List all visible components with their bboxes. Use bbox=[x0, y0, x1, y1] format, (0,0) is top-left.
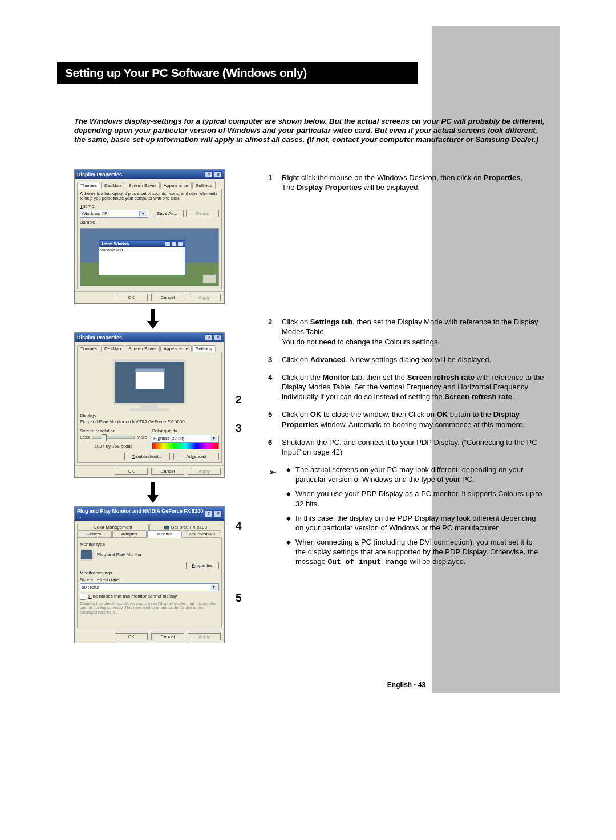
callout-5: 5 bbox=[236, 592, 242, 604]
callout-2: 2 bbox=[236, 393, 242, 406]
resolution-value: 1024 by 768 pixels bbox=[80, 444, 147, 449]
monitor-settings-label: Monitor settings bbox=[80, 570, 219, 575]
color-quality-dropdown[interactable]: Highest (32 bit) ▾ bbox=[152, 435, 219, 443]
page-title: Setting up Your PC Software (Windows onl… bbox=[58, 63, 416, 83]
monitor-icon bbox=[80, 549, 94, 561]
close-icon[interactable]: ✕ bbox=[214, 334, 222, 341]
figures-column: Display Properties ? ✕ Themes Desktop Sc… bbox=[74, 169, 231, 648]
tray-icon bbox=[202, 274, 216, 283]
theme-preview: Active Window ‐ □ ✕ Window Text bbox=[80, 228, 219, 286]
step-number: 6 bbox=[268, 437, 282, 457]
ok-button[interactable]: OK bbox=[115, 633, 148, 640]
themes-description: A theme is a background plus a set of so… bbox=[80, 192, 219, 201]
tab-monitor[interactable]: Monitor bbox=[147, 530, 182, 538]
note-item: When connecting a PC (including the DVI … bbox=[295, 537, 545, 567]
ok-button[interactable]: OK bbox=[115, 468, 148, 475]
monitor-illustration bbox=[110, 359, 189, 411]
ok-button[interactable]: OK bbox=[115, 294, 148, 301]
down-arrow bbox=[74, 309, 231, 329]
troubleshoot-button[interactable]: Troubleshoot... bbox=[124, 453, 170, 460]
cancel-button[interactable]: Cancel bbox=[151, 294, 184, 301]
display-label: Display: bbox=[80, 413, 219, 418]
callout-4: 4 bbox=[236, 520, 242, 533]
hide-modes-note: Clearing this check box allows you to se… bbox=[80, 602, 219, 615]
monitor-type-value: Plug and Play Monitor bbox=[97, 552, 141, 557]
tab-color-management[interactable]: Color Management bbox=[77, 524, 149, 530]
refresh-rate-value: 60 Hertz bbox=[82, 585, 99, 590]
dialog3-title: Plug and Play Monitor and NVIDIA GeForce… bbox=[77, 508, 205, 520]
step-number: 5 bbox=[268, 409, 282, 429]
step-4: 4 Click on the Monitor tab, then set the… bbox=[268, 372, 545, 401]
display-value: Plug and Play Monitor on NVIDIA GeForce … bbox=[80, 419, 219, 424]
dialog1-title: Display Properties bbox=[77, 172, 122, 177]
apply-button[interactable]: Apply bbox=[188, 633, 221, 640]
hide-modes-checkbox[interactable] bbox=[80, 594, 86, 600]
help-icon[interactable]: ? bbox=[205, 510, 213, 517]
monitor-properties-dialog: Plug and Play Monitor and NVIDIA GeForce… bbox=[74, 506, 225, 643]
chevron-down-icon: ▾ bbox=[139, 211, 147, 216]
step-number: 2 bbox=[268, 317, 282, 346]
theme-value: Windows XP bbox=[82, 211, 107, 216]
step-5: 5 Click on OK to close the window, then … bbox=[268, 409, 545, 429]
delete-button[interactable]: Delete bbox=[186, 210, 219, 217]
cancel-button[interactable]: Cancel bbox=[151, 633, 184, 640]
callout-3: 3 bbox=[236, 422, 242, 435]
monitor-type-label: Monitor type bbox=[80, 542, 219, 547]
apply-button[interactable]: Apply bbox=[188, 294, 221, 301]
less-label: Less bbox=[80, 435, 90, 440]
save-as-button[interactable]: Save As... bbox=[151, 210, 184, 217]
step-2: 2 Click on Settings tab, then set the Di… bbox=[268, 317, 545, 346]
properties-button[interactable]: Properties bbox=[186, 562, 219, 569]
steps-column: 1 Right click the mouse on the Windows D… bbox=[268, 173, 545, 571]
step-number: 1 bbox=[268, 173, 282, 192]
chevron-down-icon: ▾ bbox=[210, 585, 217, 590]
help-icon[interactable]: ? bbox=[205, 334, 213, 341]
note-item: When you use your PDP Display as a PC mo… bbox=[295, 489, 545, 508]
advanced-button[interactable]: Advanced bbox=[173, 453, 219, 460]
window-text: Window Text bbox=[99, 247, 185, 253]
step-6: 6 Shutdown the PC, and connect it to you… bbox=[268, 437, 545, 457]
resolution-slider[interactable]: Less More bbox=[80, 435, 147, 440]
apply-button[interactable]: Apply bbox=[188, 468, 221, 475]
step-number: 4 bbox=[268, 372, 282, 401]
sample-label: Sample: bbox=[80, 220, 219, 225]
down-arrow bbox=[74, 482, 231, 503]
tab-themes[interactable]: Themes bbox=[77, 182, 100, 189]
tab-geforce[interactable]: 📺 GeForce FX 5200 bbox=[149, 524, 221, 530]
dialog2-title: Display Properties bbox=[77, 335, 122, 340]
refresh-rate-dropdown[interactable]: 60 Hertz ▾ bbox=[80, 583, 219, 591]
theme-label: T bbox=[80, 204, 83, 209]
display-properties-themes-dialog: Display Properties ? ✕ Themes Desktop Sc… bbox=[74, 169, 225, 304]
active-window-title: Active Window bbox=[101, 242, 129, 246]
display-properties-settings-dialog: Display Properties ? ✕ Themes Desktop Sc… bbox=[74, 332, 225, 478]
hide-modes-label: Hide modes that this monitor cannot disp… bbox=[88, 594, 177, 599]
notes-block: ➢ The actual screens on your PC may look… bbox=[268, 465, 545, 571]
note-item: The actual screens on your PC may look d… bbox=[295, 465, 545, 484]
color-quality-bar bbox=[152, 443, 219, 449]
close-icon[interactable]: ✕ bbox=[214, 510, 222, 517]
close-icon[interactable]: ✕ bbox=[214, 171, 222, 178]
hand-icon: ➢ bbox=[268, 465, 285, 571]
step-1: 1 Right click the mouse on the Windows D… bbox=[268, 173, 545, 192]
page-title-bar: Setting up Your PC Software (Windows onl… bbox=[57, 62, 418, 84]
note-item: In this case, the display on the PDP Dis… bbox=[295, 513, 545, 533]
step-3: 3 Click on Advanced. A new settings dial… bbox=[268, 355, 545, 364]
page-footer: English - 43 bbox=[268, 681, 545, 689]
tab-settings[interactable]: Settings bbox=[192, 345, 216, 352]
color-quality-value: Highest (32 bit) bbox=[153, 436, 184, 441]
more-label: More bbox=[137, 435, 147, 440]
theme-dropdown[interactable]: Windows XP ▾ bbox=[80, 210, 148, 218]
cancel-button[interactable]: Cancel bbox=[151, 468, 184, 475]
step-number: 3 bbox=[268, 355, 282, 364]
help-icon[interactable]: ? bbox=[205, 171, 213, 178]
intro-paragraph: The Windows display-settings for a typic… bbox=[74, 117, 545, 144]
slider-ticks: · · · · · bbox=[87, 440, 147, 443]
chevron-down-icon: ▾ bbox=[210, 436, 217, 441]
